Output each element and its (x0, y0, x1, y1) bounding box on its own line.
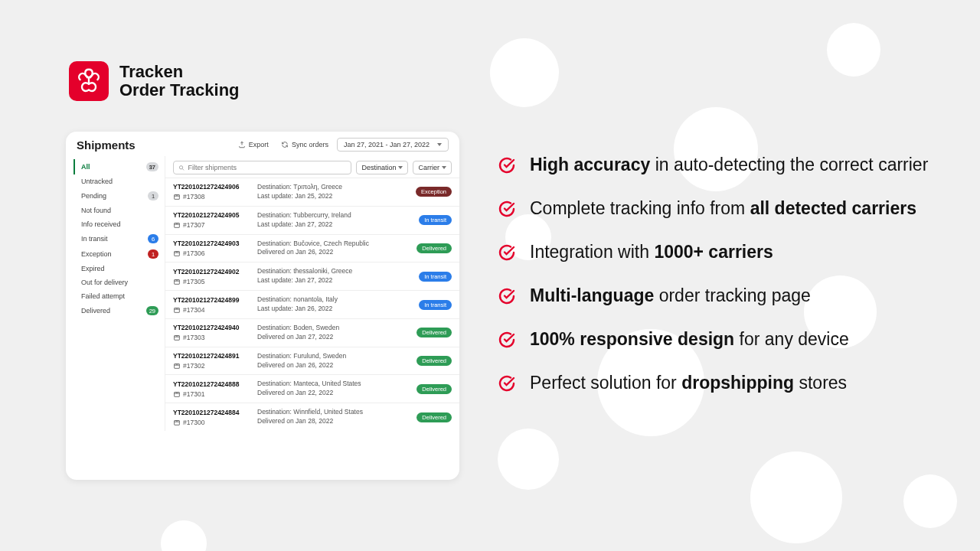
package-icon (173, 390, 181, 398)
check-circle-icon (498, 200, 516, 218)
date-range-picker[interactable]: Jan 27, 2021 - Jan 27, 2022 (337, 138, 449, 152)
sidebar-item-all[interactable]: All37 (74, 159, 165, 174)
tracking-number: YT2201021272424903 (173, 240, 254, 247)
filter-shipments-input[interactable] (173, 161, 351, 174)
order-number: #17306 (183, 249, 204, 257)
shipment-destination: Destination: Boden, SwedenDelivered on J… (257, 324, 406, 342)
status-badge: Delivered (416, 328, 452, 337)
order-number: #17307 (183, 221, 204, 229)
shipment-destination: Destination: Furulund, SwedenDelivered o… (257, 352, 406, 370)
order-number: #17302 (183, 362, 204, 370)
order-number: #17300 (183, 419, 204, 426)
tracking-number: YT2201021272424940 (173, 324, 254, 331)
sync-icon (281, 141, 289, 148)
sidebar-item-exception[interactable]: Exception1 (74, 246, 165, 262)
package-icon (173, 362, 181, 370)
brand-name-line2: Order Tracking (119, 81, 240, 99)
sidebar-item-label: Not found (81, 207, 111, 214)
feature-item: Perfect solution for dropshipping stores (498, 371, 934, 395)
feature-text: Multi-language order tracking page (530, 284, 811, 308)
sidebar-item-out-for-delivery[interactable]: Out for delivery (74, 276, 165, 289)
chevron-down-icon (442, 166, 446, 169)
svg-point-0 (179, 165, 182, 168)
brand-logo (69, 61, 109, 101)
sidebar-item-delivered[interactable]: Delivered29 (74, 303, 165, 318)
shipment-destination: Destination: nonantola, ItalyLast update… (257, 295, 406, 314)
sidebar-item-pending[interactable]: Pending1 (74, 188, 165, 204)
feature-item: High accuracy in auto-detecting the corr… (498, 153, 934, 177)
tracking-number: YT2201021272424899 (173, 296, 254, 304)
shipment-row[interactable]: YT2201021272424888#17301Destination: Man… (165, 374, 459, 403)
brand-name-line1: Tracken (119, 63, 240, 81)
export-button[interactable]: Export (234, 139, 273, 151)
sync-orders-button[interactable]: Sync orders (277, 139, 332, 151)
tracking-number: YT2201021272424888 (173, 380, 254, 388)
feature-text: Complete tracking info from all detected… (530, 197, 916, 220)
check-circle-icon (498, 156, 516, 174)
feature-item: Multi-language order tracking page (498, 284, 934, 308)
shipment-destination: Destination: Τριπολη, GreeceLast update:… (257, 183, 406, 201)
order-number: #17303 (183, 334, 204, 341)
shipment-row[interactable]: YT2201021272424903#17306Destination: Buč… (165, 234, 459, 262)
tracking-number: YT2201021272424902 (173, 268, 254, 276)
shipment-row[interactable]: YT2201021272424891#17302Destination: Fur… (165, 347, 459, 375)
sidebar-item-failed-attempt[interactable]: Failed attempt (74, 289, 165, 303)
search-icon (178, 165, 185, 171)
count-badge: 6 (148, 234, 158, 243)
status-sidebar: All37UntrackedPending1Not foundInfo rece… (66, 156, 165, 431)
export-icon (238, 141, 246, 148)
chevron-down-icon (437, 143, 442, 146)
count-badge: 29 (146, 306, 158, 315)
shipment-row[interactable]: YT2201021272424940#17303Destination: Bod… (165, 318, 459, 347)
check-circle-icon (498, 331, 516, 349)
shipment-row[interactable]: YT2201021272424899#17304Destination: non… (165, 290, 459, 318)
count-badge: 1 (148, 191, 158, 201)
shipment-row[interactable]: YT2201021272424905#17307Destination: Tub… (165, 206, 459, 234)
shipment-destination: Destination: Bučovice, Czech RepublicDel… (257, 240, 406, 258)
sidebar-item-label: Out for delivery (81, 279, 128, 286)
package-icon (173, 249, 181, 257)
tracking-number: YT2201021272424906 (173, 183, 254, 191)
sidebar-item-label: Pending (81, 192, 106, 200)
sidebar-item-untracked[interactable]: Untracked (74, 174, 165, 188)
feature-text: High accuracy in auto-detecting the corr… (530, 153, 928, 177)
order-number: #17304 (183, 306, 204, 314)
sidebar-item-label: Untracked (81, 178, 113, 185)
carrier-filter[interactable]: Carrier (413, 161, 452, 174)
shipment-destination: Destination: thessaloniki, GreeceLast up… (257, 267, 406, 285)
sidebar-item-expired[interactable]: Expired (74, 262, 165, 276)
sidebar-item-label: Delivered (81, 307, 110, 315)
status-badge: In transit (419, 215, 452, 225)
package-icon (173, 419, 181, 426)
status-badge: Delivered (416, 356, 452, 366)
shipment-row[interactable]: YT2201021272424884#17300Destination: Win… (165, 403, 459, 431)
check-circle-icon (498, 287, 516, 305)
sidebar-item-in-transit[interactable]: In transit6 (74, 231, 165, 246)
package-icon (173, 193, 181, 201)
tracking-number: YT2201021272424884 (173, 409, 254, 416)
shipment-row[interactable]: YT2201021272424906#17308Destination: Τρι… (165, 178, 459, 206)
feature-item: Integration with 1000+ carriers (498, 240, 934, 264)
sidebar-item-label: Exception (81, 250, 112, 258)
destination-filter[interactable]: Destination (356, 161, 408, 174)
sidebar-item-label: Info received (81, 220, 121, 228)
shipments-panel: Shipments Export Sync orders Jan 27, 202… (66, 132, 459, 480)
chevron-down-icon (398, 166, 403, 169)
tracking-number: YT2201021272424905 (173, 211, 254, 219)
sidebar-item-label: In transit (81, 235, 108, 243)
check-circle-icon (498, 374, 516, 393)
sidebar-item-info-received[interactable]: Info received (74, 217, 165, 231)
status-badge: Delivered (416, 384, 452, 394)
order-number: #17305 (183, 278, 204, 285)
check-circle-icon (498, 243, 516, 262)
feature-text: 100% responsive design for any device (530, 328, 849, 351)
shipment-destination: Destination: Winnfield, United StatesDel… (257, 408, 406, 426)
feature-item: 100% responsive design for any device (498, 328, 934, 351)
sidebar-item-not-found[interactable]: Not found (74, 204, 165, 217)
shipment-row[interactable]: YT2201021272424902#17305Destination: the… (165, 262, 459, 290)
package-icon (173, 221, 181, 229)
count-badge: 1 (148, 249, 158, 259)
order-number: #17301 (183, 390, 204, 398)
package-icon (173, 334, 181, 341)
page-title: Shipments (77, 139, 136, 152)
